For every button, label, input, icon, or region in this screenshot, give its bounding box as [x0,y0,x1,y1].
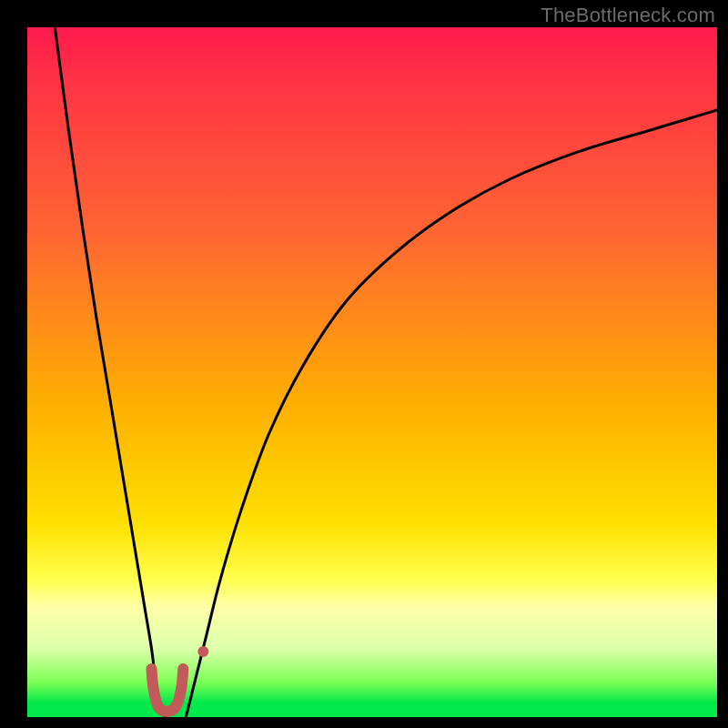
valley-marker-icon [151,669,183,712]
curve-layer [27,27,717,717]
chart-frame: TheBottleneck.com [0,0,728,728]
watermark-text: TheBottleneck.com [541,4,715,27]
plot-area [27,27,717,717]
curve-left-branch [55,27,165,717]
valley-dot-icon [197,646,208,657]
curve-right-branch [186,110,717,717]
